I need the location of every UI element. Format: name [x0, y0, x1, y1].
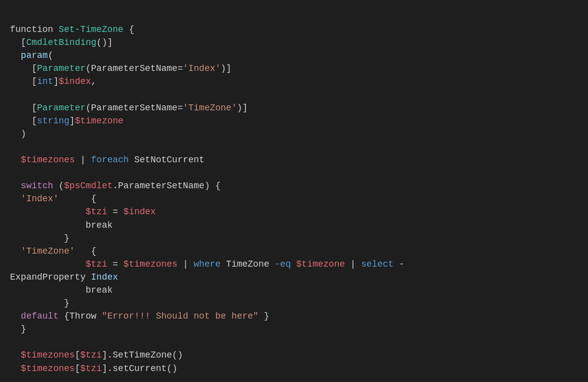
code-editor: function Set-TimeZone { [CmdletBinding()… — [10, 10, 578, 382]
line-1: function Set-TimeZone { [CmdletBinding()… — [10, 24, 404, 382]
